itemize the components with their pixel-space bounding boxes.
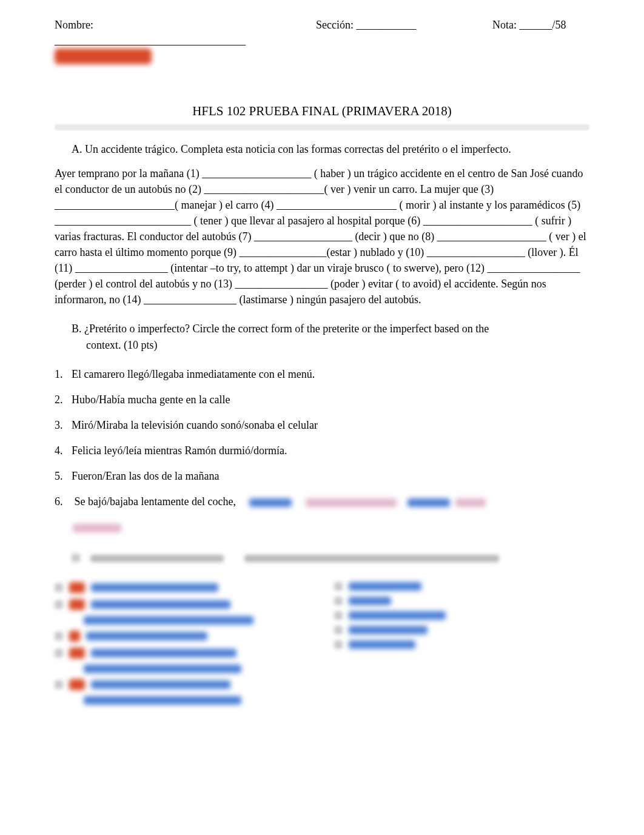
item-text: Fueron/Eran las dos de la mañana xyxy=(72,470,219,482)
page-title: HFLS 102 PRUEBA FINAL (PRIMAVERA 2018) xyxy=(55,102,589,120)
item-number: 3. xyxy=(55,417,72,433)
blur-segment xyxy=(84,665,241,673)
blur-segment xyxy=(349,597,391,605)
title-underline-bar xyxy=(55,124,589,130)
blur-segment xyxy=(306,498,397,507)
nombre-label: Nombre: ________________________________… xyxy=(55,19,246,47)
item-text: Miró/Miraba la televisión cuando sonó/so… xyxy=(72,419,318,431)
section-b-line1: B. ¿Pretérito o imperfecto? Circle the c… xyxy=(72,323,489,335)
blur-row xyxy=(334,582,589,591)
page-header: Nombre: ________________________________… xyxy=(55,17,589,65)
blur-red-box xyxy=(69,631,80,642)
seccion-field: Sección: ___________ xyxy=(316,17,455,33)
blur-segment xyxy=(349,582,421,591)
blur-row xyxy=(55,648,310,659)
blur-line xyxy=(90,555,224,562)
section-a-text: Ayer temprano por la mañana (1) ________… xyxy=(55,167,586,306)
blur-dot xyxy=(55,583,63,592)
blur-red-box xyxy=(69,582,85,593)
item-number: 1. xyxy=(55,366,72,382)
item-text: El camarero llegó/llegaba inmediatamente… xyxy=(72,368,315,380)
section-c-blurred xyxy=(55,551,589,711)
blur-segment xyxy=(91,649,236,657)
blur-row xyxy=(84,616,310,625)
nota-label: Nota: ______/58 xyxy=(492,19,566,31)
item-text: Se bajó/bajaba lentamente del coche, xyxy=(75,495,236,508)
section-a-paragraph: Ayer temprano por la mañana (1) ________… xyxy=(55,166,589,308)
blur-segment xyxy=(91,583,218,592)
blur-col-right xyxy=(334,576,589,711)
item-number: 5. xyxy=(55,468,72,484)
blur-segment xyxy=(86,632,207,640)
item-number: 4. xyxy=(55,443,72,458)
blur-columns xyxy=(55,576,589,711)
nombre-field: Nombre: ________________________________… xyxy=(55,17,279,65)
blur-dot xyxy=(334,640,343,649)
blur-segment xyxy=(91,680,230,689)
nota-field: Nota: ______/58 xyxy=(492,17,589,33)
blur-red-box xyxy=(69,679,85,690)
blur-dot xyxy=(55,632,63,640)
blur-dot xyxy=(55,600,63,609)
section-a-heading: A. Un accidente trágico. Completa esta n… xyxy=(72,141,589,157)
blur-row xyxy=(84,696,310,705)
list-item: 5.Fueron/Eran las dos de la mañana xyxy=(55,468,589,484)
blur-segment xyxy=(455,498,486,507)
header-red-blur xyxy=(55,49,152,64)
blur-row xyxy=(55,631,310,642)
blur-line xyxy=(244,555,499,562)
blur-dot xyxy=(72,554,80,562)
blur-segment xyxy=(349,640,415,649)
blur-dot xyxy=(334,582,343,591)
blur-dot xyxy=(334,611,343,620)
blur-red-box xyxy=(69,599,85,610)
seccion-label: Sección: ___________ xyxy=(316,19,416,31)
section-b-line2: context. (10 pts) xyxy=(86,337,589,353)
list-item: 3.Miró/Miraba la televisión cuando sonó/… xyxy=(55,417,589,433)
list-item: 2.Hubo/Había mucha gente en la calle xyxy=(55,392,589,407)
list-item: 4.Felicia leyó/leía mientras Ramón durmi… xyxy=(55,443,589,458)
blur-dot xyxy=(334,626,343,634)
blur-segment xyxy=(73,524,121,532)
item-text: Hubo/Había mucha gente en la calle xyxy=(72,394,230,406)
blur-dot xyxy=(55,680,63,689)
list-item: 6. Se bajó/bajaba lentamente del coche, xyxy=(55,494,589,535)
blur-segment xyxy=(349,626,428,634)
blur-row xyxy=(55,599,310,610)
section-b-heading: B. ¿Pretérito o imperfecto? Circle the c… xyxy=(72,321,589,352)
blur-row xyxy=(334,597,589,605)
blur-row xyxy=(84,665,310,673)
blur-dot xyxy=(55,649,63,657)
item-number: 2. xyxy=(55,392,72,407)
blur-row xyxy=(334,611,589,620)
blur-segment xyxy=(84,696,241,705)
blur-segment xyxy=(249,498,292,507)
blur-red-box xyxy=(69,648,85,659)
blur-row xyxy=(55,582,310,593)
section-b-list: 1.El camarero llegó/llegaba inmediatamen… xyxy=(55,366,589,535)
blur-segment xyxy=(408,498,450,507)
item-text: Felicia leyó/leía mientras Ramón durmió/… xyxy=(72,444,287,457)
blur-segment xyxy=(84,616,253,625)
blur-segment xyxy=(349,611,446,620)
blur-row xyxy=(334,640,589,649)
blur-segment xyxy=(91,600,230,609)
blur-row xyxy=(55,679,310,690)
item-number: 6. xyxy=(55,494,72,509)
blur-dot xyxy=(334,597,343,605)
blur-row xyxy=(334,626,589,634)
list-item: 1.El camarero llegó/llegaba inmediatamen… xyxy=(55,366,589,382)
blur-col-left xyxy=(55,576,310,711)
